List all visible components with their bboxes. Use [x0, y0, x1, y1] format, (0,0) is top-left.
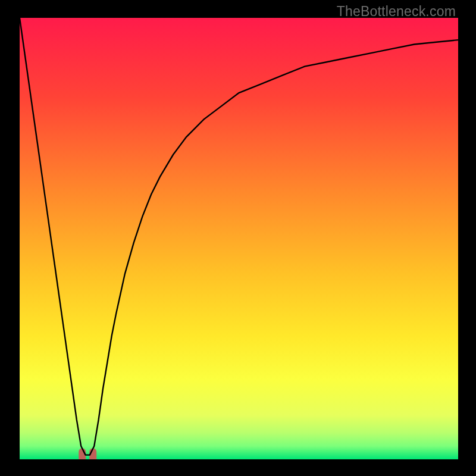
watermark-text: TheBottleneck.com: [337, 4, 456, 20]
plot-area: [20, 18, 458, 459]
gradient-background: [20, 18, 458, 459]
bottleneck-curve-chart: [20, 18, 458, 459]
chart-frame: TheBottleneck.com: [0, 0, 476, 476]
